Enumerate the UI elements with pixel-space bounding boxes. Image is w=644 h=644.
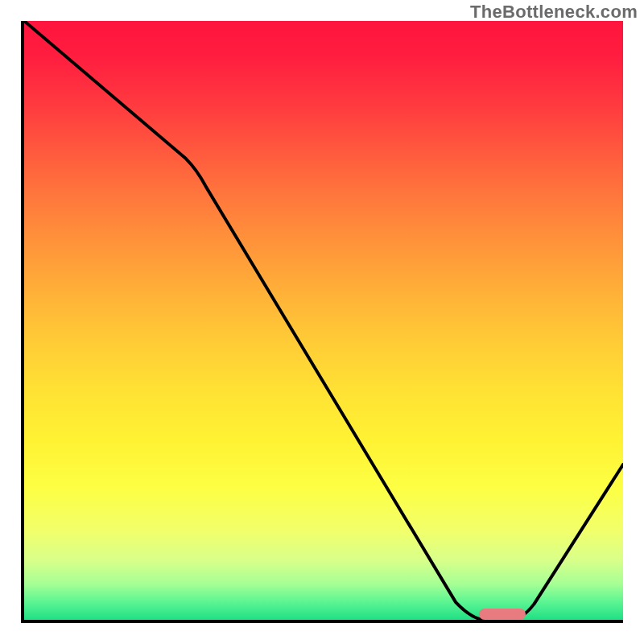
chart-container: TheBottleneck.com [0, 0, 644, 644]
watermark-label: TheBottleneck.com [470, 2, 638, 23]
optimal-zone-marker [479, 609, 526, 620]
curve-path [24, 21, 623, 620]
bottleneck-curve [24, 21, 623, 620]
plot-area [21, 21, 623, 623]
